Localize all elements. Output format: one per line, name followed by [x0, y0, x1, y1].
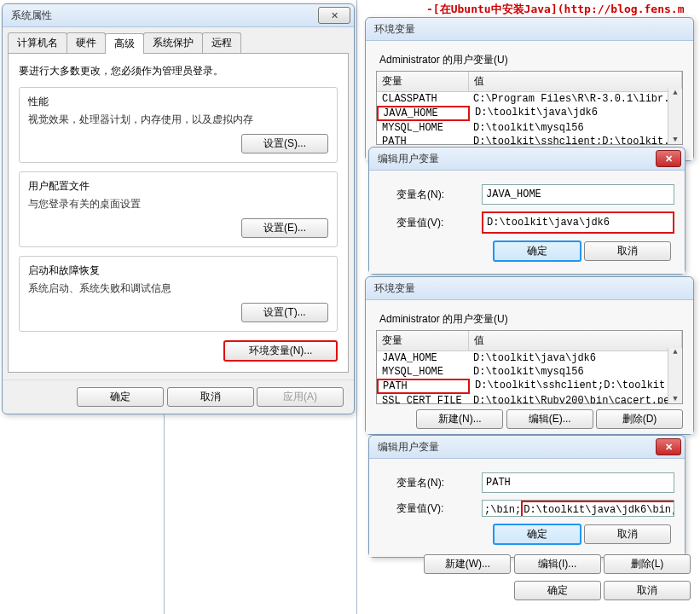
ok-button[interactable]: 确定 — [77, 387, 164, 407]
cancel-button[interactable]: 取消 — [167, 387, 254, 407]
variable-value-row: 变量值(V): D:\toolkit\java\jdk6 — [379, 211, 674, 234]
performance-settings-button[interactable]: 设置(S)... — [241, 134, 328, 154]
env1-list-header: 变量 值 — [377, 72, 682, 92]
value-highlighted: D:\toolkit\java\jdk6\bin; — [521, 501, 674, 517]
group-startup-desc: 系统启动、系统失败和调试信息 — [28, 281, 328, 296]
ok-button[interactable]: 确定 — [514, 581, 601, 600]
var-name: SSL_CERT_FILE — [377, 394, 468, 404]
close-button[interactable]: ✕ — [656, 150, 681, 167]
sysprops-title: 系统属性 — [11, 9, 52, 23]
variable-name-input[interactable]: JAVA_HOME — [482, 184, 674, 205]
env2-list-header: 变量 值 — [377, 331, 682, 351]
table-row[interactable]: PATH D:\toolkit\sshclient;D:\toolkit... — [377, 135, 682, 145]
edit-user-var-dialog-2: 编辑用户变量 ✕ 变量名(N): PATH 变量值(V): ;\bin;D:\t… — [368, 435, 686, 558]
close-button[interactable]: ✕ — [656, 438, 681, 455]
header-variable[interactable]: 变量 — [377, 72, 469, 91]
cancel-button[interactable]: 取消 — [584, 524, 671, 544]
tab-computer-name[interactable]: 计算机名 — [8, 32, 67, 53]
header-variable[interactable]: 变量 — [377, 331, 469, 350]
tab-hardware[interactable]: 硬件 — [67, 32, 106, 53]
vertical-separator-right — [356, 0, 357, 614]
user-profiles-settings-button[interactable]: 设置(E)... — [241, 218, 328, 238]
bg-link-text: -[在Ubuntu中安装Java](http://blog.fens.m — [426, 2, 684, 17]
var-value: C:\Program Files\R\R-3.0.1\libr... — [468, 92, 682, 106]
sysprops-button-row: 确定 取消 应用(A) — [3, 379, 354, 414]
sysprops-titlebar: 系统属性 ✕ — [3, 4, 354, 27]
group-startup-recovery: 启动和故障恢复 系统启动、系统失败和调试信息 设置(T)... — [19, 256, 338, 332]
table-row[interactable]: JAVA_HOME D:\toolkit\java\jdk6 — [377, 351, 682, 365]
var-value: D:\toolkit\java\jdk6 — [470, 106, 682, 121]
table-row[interactable]: SSL_CERT_FILE D:\toolkit\Ruby200\bin\cac… — [377, 394, 682, 404]
scroll-down-icon[interactable]: ▼ — [673, 395, 677, 403]
env2-title: 环境变量 — [374, 281, 415, 296]
var-name: MYSQL_HOME — [377, 365, 468, 379]
ok-button[interactable]: 确定 — [493, 240, 581, 262]
variable-name-label: 变量名(N): — [379, 476, 482, 490]
scrollbar[interactable]: ▲▼ — [668, 348, 682, 403]
table-row[interactable]: CLASSPATH C:\Program Files\R\R-3.0.1\lib… — [377, 92, 682, 106]
variable-name-label: 变量名(N): — [379, 188, 482, 202]
env1-rows: CLASSPATH C:\Program Files\R\R-3.0.1\lib… — [377, 92, 682, 145]
startup-settings-button[interactable]: 设置(T)... — [241, 303, 328, 322]
table-row[interactable]: PATH D:\toolkit\sshclient;D:\toolkit... — [377, 379, 682, 394]
cancel-button[interactable]: 取消 — [604, 581, 691, 600]
edit1-title: 编辑用户变量 — [378, 152, 439, 166]
scroll-up-icon[interactable]: ▲ — [673, 89, 677, 97]
var-name: CLASSPATH — [377, 92, 468, 106]
edit-button-partial[interactable]: 编辑(E)... — [506, 409, 593, 429]
sysprops-tabs: 计算机名 硬件 高级 系统保护 远程 — [8, 32, 349, 54]
env1-user-vars-list[interactable]: 变量 值 CLASSPATH C:\Program Files\R\R-3.0.… — [376, 71, 683, 145]
edit2-titlebar: 编辑用户变量 ✕ — [369, 436, 685, 459]
edit1-titlebar: 编辑用户变量 ✕ — [369, 148, 685, 171]
table-row[interactable]: MYSQL_HOME D:\toolkit\mysql56 — [377, 365, 682, 379]
scroll-up-icon[interactable]: ▲ — [673, 348, 677, 356]
variable-name-row: 变量名(N): JAVA_HOME — [379, 184, 674, 205]
env2-lower-buttons: 新建(W)... 编辑(I)... 删除(L) 确定 取消 — [375, 554, 691, 600]
scroll-down-icon[interactable]: ▼ — [673, 136, 677, 144]
var-value: D:\toolkit\sshclient;D:\toolkit... — [470, 379, 682, 394]
header-value[interactable]: 值 — [469, 331, 682, 350]
delete-button[interactable]: 删除(L) — [604, 554, 691, 574]
variable-value-input[interactable]: D:\toolkit\java\jdk6 — [482, 211, 674, 234]
variable-value-input[interactable]: ;\bin;D:\toolkit\java\jdk6\bin;D:\to — [482, 500, 674, 517]
edit1-body: 变量名(N): JAVA_HOME 变量值(V): D:\toolkit\jav… — [369, 171, 685, 274]
scrollbar[interactable]: ▲▼ — [668, 89, 682, 144]
env-vars-window-2: 环境变量 Administrator 的用户变量(U) 变量 值 JAVA_HO… — [365, 276, 694, 435]
env2-titlebar: 环境变量 — [366, 277, 693, 300]
variable-value-label: 变量值(V): — [379, 501, 482, 516]
group-user-profiles: 用户配置文件 与您登录有关的桌面设置 设置(E)... — [19, 171, 338, 247]
var-name: PATH — [377, 135, 468, 145]
edit2-body: 变量名(N): PATH 变量值(V): ;\bin;D:\toolkit\ja… — [369, 459, 685, 557]
var-name-path: PATH — [377, 379, 470, 394]
edit2-title: 编辑用户变量 — [378, 440, 439, 455]
cancel-button[interactable]: 取消 — [584, 241, 671, 261]
header-value[interactable]: 值 — [469, 72, 682, 91]
var-value: D:\toolkit\Ruby200\bin\cacert.pem — [468, 394, 682, 404]
new-button-partial[interactable]: 新建(N)... — [416, 409, 503, 429]
table-row[interactable]: MYSQL_HOME D:\toolkit\mysql56 — [377, 121, 682, 135]
group-user-profiles-desc: 与您登录有关的桌面设置 — [28, 197, 328, 211]
tab-system-protection[interactable]: 系统保护 — [143, 32, 203, 53]
edit-user-var-dialog-1: 编辑用户变量 ✕ 变量名(N): JAVA_HOME 变量值(V): D:\to… — [368, 147, 686, 275]
variable-value-row: 变量值(V): ;\bin;D:\toolkit\java\jdk6\bin;D… — [379, 500, 674, 517]
table-row[interactable]: JAVA_HOME D:\toolkit\java\jdk6 — [377, 106, 682, 121]
close-button[interactable]: ✕ — [318, 7, 350, 24]
group-performance-title: 性能 — [28, 95, 328, 109]
new-button[interactable]: 新建(W)... — [424, 554, 511, 574]
env-vars-window-1: 环境变量 Administrator 的用户变量(U) 变量 值 CLASSPA… — [365, 17, 694, 161]
env2-rows: JAVA_HOME D:\toolkit\java\jdk6 MYSQL_HOM… — [377, 351, 682, 404]
var-value: D:\toolkit\sshclient;D:\toolkit... — [468, 135, 682, 145]
var-name: JAVA_HOME — [377, 351, 468, 365]
apply-button[interactable]: 应用(A) — [257, 387, 344, 407]
environment-variables-button[interactable]: 环境变量(N)... — [223, 340, 338, 362]
group-performance-desc: 视觉效果，处理器计划，内存使用，以及虚拟内存 — [28, 113, 328, 127]
edit-button[interactable]: 编辑(I)... — [514, 554, 601, 574]
variable-name-input[interactable]: PATH — [482, 472, 674, 493]
env2-user-vars-list[interactable]: 变量 值 JAVA_HOME D:\toolkit\java\jdk6 MYSQ… — [376, 330, 683, 404]
tab-advanced[interactable]: 高级 — [105, 33, 144, 54]
tab-remote[interactable]: 远程 — [202, 32, 241, 53]
group-user-profiles-title: 用户配置文件 — [28, 179, 328, 194]
delete-button-partial[interactable]: 删除(D) — [596, 409, 683, 429]
vertical-separator-left — [164, 379, 165, 614]
ok-button[interactable]: 确定 — [493, 524, 581, 545]
